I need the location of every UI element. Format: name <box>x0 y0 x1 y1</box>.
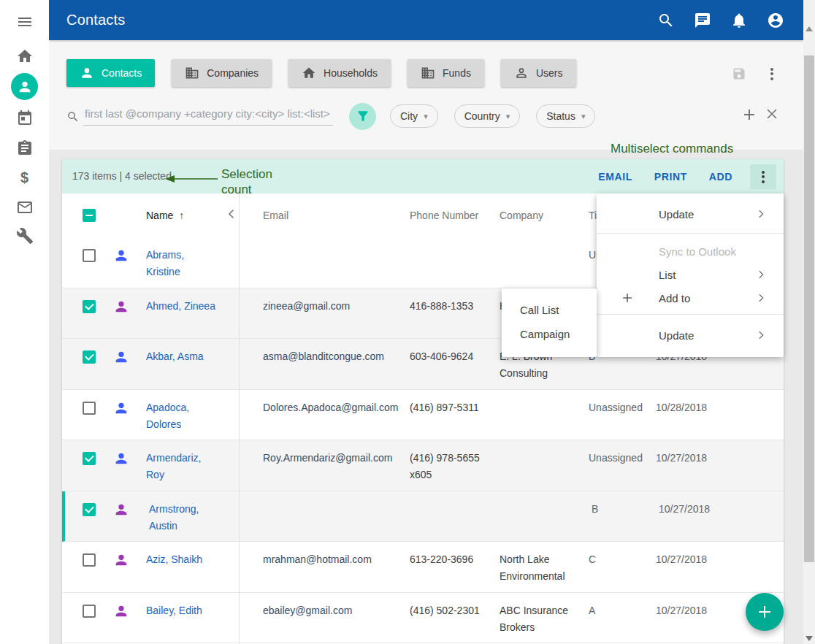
contact-name-link[interactable]: Abrams, Kristine <box>146 247 216 280</box>
chat-icon[interactable] <box>694 12 711 29</box>
chip-label: Country <box>464 110 500 122</box>
contact-name-link[interactable]: Aziz, Shaikh <box>146 551 216 568</box>
row-checkbox-cell <box>83 249 96 265</box>
menu-item-label: Sync to Outlook <box>659 245 736 258</box>
filter-chip-city[interactable]: City▾ <box>390 104 438 128</box>
column-header-email[interactable]: Email <box>263 193 288 237</box>
contact-name-link[interactable]: Akbar, Asma <box>146 348 216 365</box>
notifications-icon[interactable] <box>730 12 748 29</box>
sidebar-item-tasks[interactable] <box>0 139 49 157</box>
row-checkbox-cell <box>83 402 96 418</box>
row-checkbox[interactable] <box>83 452 96 465</box>
menu-item-label: Update <box>659 329 694 342</box>
row-checkbox[interactable] <box>83 350 96 364</box>
search-icon[interactable] <box>657 12 675 29</box>
print-button[interactable]: PRINT <box>654 171 687 183</box>
entity-tabs: ContactsCompaniesHouseholdsFundsUsers <box>66 59 576 87</box>
add-filter-icon[interactable] <box>743 109 755 120</box>
column-header-name[interactable]: Name↑ <box>146 193 184 237</box>
row-checkbox[interactable] <box>83 605 96 618</box>
multiselect-actions: EMAILPRINTADD <box>598 159 732 193</box>
save-icon[interactable] <box>732 66 746 81</box>
table-row[interactable]: Aziz, Shaikhmrahman@hotmail.com613-220-3… <box>62 542 784 593</box>
filter-icon[interactable] <box>349 103 376 130</box>
contact-name-link[interactable]: Ahmed, Zineea <box>146 298 216 315</box>
contact-tier: B <box>592 501 656 518</box>
row-checkbox-cell <box>83 503 96 519</box>
submenu-item-campaign[interactable]: Campaign <box>502 322 597 346</box>
menu-item-label: List <box>659 269 676 281</box>
table-row[interactable]: Armstrong, AustinB10/27/2018 <box>62 491 784 543</box>
collapse-column-icon[interactable] <box>226 208 237 223</box>
account-icon[interactable] <box>767 12 784 29</box>
menu-item-update[interactable]: Update <box>597 199 784 229</box>
tab-funds[interactable]: Funds <box>408 59 484 87</box>
person-outline-icon <box>514 66 529 80</box>
sidebar-item-mail[interactable] <box>0 199 49 216</box>
row-checkbox-cell <box>83 452 96 468</box>
submenu-item-call-list[interactable]: Call List <box>502 298 597 322</box>
contact-email: Dolores.Apadoca@gmail.com <box>263 399 408 416</box>
menu-item-add-to[interactable]: Add to <box>597 286 784 310</box>
table-row[interactable]: Apadoca, DoloresDolores.Apadoca@gmail.co… <box>62 390 784 441</box>
contact-avatar-icon <box>113 552 129 568</box>
sidebar-item-calendar[interactable] <box>0 110 49 127</box>
table-row[interactable]: Bailey, Edithebailey@gmail.com(416) 502-… <box>62 593 784 644</box>
column-header-phone[interactable]: Phone Number <box>410 193 478 237</box>
column-header-company[interactable]: Company <box>500 193 543 237</box>
contact-name-link[interactable]: Apadoca, Dolores <box>146 399 216 433</box>
chevron-down-icon: ▾ <box>581 112 586 121</box>
tab-households[interactable]: Households <box>288 59 391 87</box>
row-checkbox[interactable] <box>83 300 96 313</box>
chevron-right-icon <box>756 330 766 340</box>
filter-chip-country[interactable]: Country▾ <box>454 104 521 128</box>
multiselect-menu-icon[interactable] <box>750 164 776 189</box>
scrollbar-thumb[interactable] <box>804 55 814 562</box>
tab-contacts[interactable]: Contacts <box>66 59 155 87</box>
building-icon <box>185 66 199 80</box>
scroll-up-icon[interactable] <box>806 26 813 31</box>
contact-phone: 613-220-3696 <box>410 551 491 568</box>
contact-tier: Unassigned <box>589 450 653 467</box>
close-icon[interactable] <box>767 109 777 119</box>
add-button[interactable]: ADD <box>709 171 732 183</box>
filter-chip-status[interactable]: Status▾ <box>536 104 595 128</box>
email-button[interactable]: EMAIL <box>598 171 632 183</box>
search-icon <box>66 110 80 123</box>
contact-date: 10/28/2018 <box>656 399 729 416</box>
contact-tier: Unassigned <box>589 399 653 416</box>
menu-divider <box>597 314 784 315</box>
contact-email: zineea@gmail.com <box>263 298 408 315</box>
contact-avatar-icon <box>113 349 129 365</box>
row-checkbox[interactable] <box>83 249 96 262</box>
menu-item-update[interactable]: Update <box>597 321 784 350</box>
tab-companies[interactable]: Companies <box>172 59 272 87</box>
chevron-right-icon <box>756 209 766 219</box>
contact-phone: (416) 897-5311 <box>410 399 491 416</box>
sidebar-item-menu[interactable] <box>0 13 49 31</box>
chevron-right-icon <box>756 293 766 303</box>
select-all-checkbox[interactable] <box>83 209 96 222</box>
contact-name-link[interactable]: Armendariz, Roy <box>146 450 216 483</box>
sidebar: $ <box>0 0 49 644</box>
sidebar-item-tools[interactable] <box>0 227 49 245</box>
sidebar-item-contacts[interactable] <box>0 73 49 100</box>
contact-name-link[interactable]: Armstrong, Austin <box>149 501 219 534</box>
contact-phone: (416) 978-5655 x605 <box>410 450 491 483</box>
more-options-icon[interactable] <box>765 66 779 82</box>
row-checkbox[interactable] <box>83 503 96 516</box>
tab-label: Users <box>536 67 563 79</box>
search-row: City▾Country▾Status▾ <box>66 103 595 129</box>
row-checkbox[interactable] <box>83 402 96 415</box>
contact-avatar-icon <box>113 400 129 416</box>
contact-name-link[interactable]: Bailey, Edith <box>146 602 216 619</box>
tab-users[interactable]: Users <box>501 59 576 87</box>
search-input[interactable] <box>83 107 333 120</box>
sidebar-item-billing[interactable]: $ <box>0 169 49 186</box>
sidebar-item-home[interactable] <box>0 47 49 65</box>
add-contact-fab[interactable] <box>746 593 784 631</box>
row-checkbox[interactable] <box>83 553 96 567</box>
scroll-down-icon[interactable] <box>806 636 813 641</box>
menu-item-list[interactable]: List <box>597 263 784 286</box>
table-row[interactable]: Armendariz, RoyRoy.Armendariz@gmail.com(… <box>62 440 784 491</box>
